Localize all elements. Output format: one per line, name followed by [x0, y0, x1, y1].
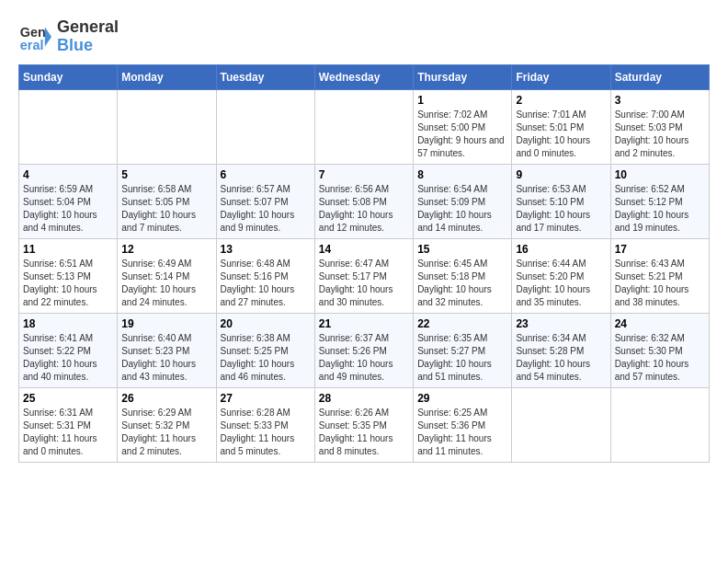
- logo-icon: Gen eral: [18, 20, 51, 53]
- calendar-header-row: SundayMondayTuesdayWednesdayThursdayFrid…: [19, 64, 710, 89]
- svg-marker-2: [45, 27, 51, 47]
- calendar-header-sunday: Sunday: [19, 64, 118, 89]
- day-number: 29: [417, 392, 507, 405]
- day-number: 26: [121, 392, 211, 405]
- calendar-cell: 17Sunrise: 6:43 AMSunset: 5:21 PMDayligh…: [610, 238, 709, 313]
- day-info: Sunrise: 6:58 AMSunset: 5:05 PMDaylight:…: [121, 183, 211, 235]
- day-info: Sunrise: 6:51 AMSunset: 5:13 PMDaylight:…: [23, 258, 113, 309]
- day-info: Sunrise: 6:48 AMSunset: 5:16 PMDaylight:…: [221, 258, 311, 309]
- day-number: 11: [23, 243, 113, 256]
- calendar-cell: 10Sunrise: 6:52 AMSunset: 5:12 PMDayligh…: [610, 164, 709, 238]
- day-number: 12: [121, 243, 211, 256]
- day-number: 7: [319, 168, 409, 181]
- logo-blue: Blue: [57, 36, 93, 54]
- calendar-cell: 22Sunrise: 6:35 AMSunset: 5:27 PMDayligh…: [414, 313, 512, 387]
- calendar-cell: 23Sunrise: 6:34 AMSunset: 5:28 PMDayligh…: [512, 313, 610, 387]
- calendar-cell: 5Sunrise: 6:58 AMSunset: 5:05 PMDaylight…: [118, 164, 216, 238]
- calendar-cell: 12Sunrise: 6:49 AMSunset: 5:14 PMDayligh…: [118, 238, 216, 313]
- page-container: Gen eral GeneralBlue SundayMondayTuesday…: [18, 18, 710, 463]
- calendar-cell: [610, 387, 709, 462]
- calendar-cell: 24Sunrise: 6:32 AMSunset: 5:30 PMDayligh…: [610, 313, 709, 387]
- calendar-week-row: 18Sunrise: 6:41 AMSunset: 5:22 PMDayligh…: [19, 313, 710, 387]
- day-info: Sunrise: 6:57 AMSunset: 5:07 PMDaylight:…: [221, 183, 311, 235]
- calendar-cell: 3Sunrise: 7:00 AMSunset: 5:03 PMDaylight…: [610, 89, 709, 164]
- day-number: 5: [121, 168, 211, 181]
- day-number: 3: [615, 94, 705, 107]
- day-info: Sunrise: 6:34 AMSunset: 5:28 PMDaylight:…: [516, 332, 606, 384]
- day-number: 28: [319, 392, 409, 405]
- calendar-cell: 9Sunrise: 6:53 AMSunset: 5:10 PMDaylight…: [512, 164, 610, 238]
- day-number: 27: [221, 392, 311, 405]
- day-info: Sunrise: 6:53 AMSunset: 5:10 PMDaylight:…: [516, 183, 606, 235]
- calendar-header-tuesday: Tuesday: [216, 64, 314, 89]
- day-info: Sunrise: 6:52 AMSunset: 5:12 PMDaylight:…: [615, 183, 705, 235]
- calendar-week-row: 25Sunrise: 6:31 AMSunset: 5:31 PMDayligh…: [19, 387, 710, 462]
- day-number: 19: [121, 317, 211, 330]
- calendar-header-friday: Friday: [512, 64, 610, 89]
- day-info: Sunrise: 6:43 AMSunset: 5:21 PMDaylight:…: [615, 258, 705, 309]
- day-info: Sunrise: 6:49 AMSunset: 5:14 PMDaylight:…: [121, 258, 211, 309]
- day-info: Sunrise: 6:32 AMSunset: 5:30 PMDaylight:…: [615, 332, 705, 384]
- calendar-header-thursday: Thursday: [414, 64, 512, 89]
- day-info: Sunrise: 6:25 AMSunset: 5:36 PMDaylight:…: [417, 407, 507, 458]
- day-number: 18: [23, 317, 113, 330]
- calendar-cell: 1Sunrise: 7:02 AMSunset: 5:00 PMDaylight…: [414, 89, 512, 164]
- calendar-cell: 11Sunrise: 6:51 AMSunset: 5:13 PMDayligh…: [19, 238, 118, 313]
- day-info: Sunrise: 6:38 AMSunset: 5:25 PMDaylight:…: [221, 332, 311, 384]
- calendar-cell: 21Sunrise: 6:37 AMSunset: 5:26 PMDayligh…: [314, 313, 413, 387]
- day-info: Sunrise: 6:29 AMSunset: 5:32 PMDaylight:…: [121, 407, 211, 458]
- day-number: 15: [417, 243, 507, 256]
- day-number: 21: [319, 317, 409, 330]
- calendar-cell: 28Sunrise: 6:26 AMSunset: 5:35 PMDayligh…: [314, 387, 413, 462]
- day-info: Sunrise: 6:47 AMSunset: 5:17 PMDaylight:…: [319, 258, 409, 309]
- day-info: Sunrise: 6:59 AMSunset: 5:04 PMDaylight:…: [23, 183, 113, 235]
- day-number: 1: [417, 94, 507, 107]
- day-number: 25: [23, 392, 113, 405]
- calendar-cell: 6Sunrise: 6:57 AMSunset: 5:07 PMDaylight…: [216, 164, 314, 238]
- day-info: Sunrise: 6:54 AMSunset: 5:09 PMDaylight:…: [417, 183, 507, 235]
- day-number: 24: [615, 317, 705, 330]
- header: Gen eral GeneralBlue: [18, 18, 710, 55]
- calendar-header-wednesday: Wednesday: [314, 64, 413, 89]
- calendar-cell: 4Sunrise: 6:59 AMSunset: 5:04 PMDaylight…: [19, 164, 118, 238]
- calendar-cell: [19, 89, 118, 164]
- day-info: Sunrise: 6:28 AMSunset: 5:33 PMDaylight:…: [221, 407, 311, 458]
- day-info: Sunrise: 6:37 AMSunset: 5:26 PMDaylight:…: [319, 332, 409, 384]
- calendar-cell: 15Sunrise: 6:45 AMSunset: 5:18 PMDayligh…: [414, 238, 512, 313]
- calendar-cell: [216, 89, 314, 164]
- day-info: Sunrise: 6:44 AMSunset: 5:20 PMDaylight:…: [516, 258, 606, 309]
- calendar-header-monday: Monday: [118, 64, 216, 89]
- day-number: 20: [221, 317, 311, 330]
- calendar-week-row: 4Sunrise: 6:59 AMSunset: 5:04 PMDaylight…: [19, 164, 710, 238]
- day-info: Sunrise: 6:26 AMSunset: 5:35 PMDaylight:…: [319, 407, 409, 458]
- svg-text:eral: eral: [20, 38, 44, 52]
- calendar-week-row: 1Sunrise: 7:02 AMSunset: 5:00 PMDaylight…: [19, 89, 710, 164]
- calendar-cell: 13Sunrise: 6:48 AMSunset: 5:16 PMDayligh…: [216, 238, 314, 313]
- calendar-cell: 26Sunrise: 6:29 AMSunset: 5:32 PMDayligh…: [118, 387, 216, 462]
- logo: Gen eral GeneralBlue: [18, 18, 119, 55]
- calendar-cell: 29Sunrise: 6:25 AMSunset: 5:36 PMDayligh…: [414, 387, 512, 462]
- day-info: Sunrise: 6:56 AMSunset: 5:08 PMDaylight:…: [319, 183, 409, 235]
- calendar-cell: 16Sunrise: 6:44 AMSunset: 5:20 PMDayligh…: [512, 238, 610, 313]
- calendar-header-saturday: Saturday: [610, 64, 709, 89]
- day-number: 16: [516, 243, 606, 256]
- calendar-cell: 20Sunrise: 6:38 AMSunset: 5:25 PMDayligh…: [216, 313, 314, 387]
- day-info: Sunrise: 6:35 AMSunset: 5:27 PMDaylight:…: [417, 332, 507, 384]
- day-number: 6: [221, 168, 311, 181]
- day-info: Sunrise: 7:00 AMSunset: 5:03 PMDaylight:…: [615, 109, 705, 160]
- day-info: Sunrise: 6:41 AMSunset: 5:22 PMDaylight:…: [23, 332, 113, 384]
- day-info: Sunrise: 6:31 AMSunset: 5:31 PMDaylight:…: [23, 407, 113, 458]
- calendar-week-row: 11Sunrise: 6:51 AMSunset: 5:13 PMDayligh…: [19, 238, 710, 313]
- calendar-cell: 19Sunrise: 6:40 AMSunset: 5:23 PMDayligh…: [118, 313, 216, 387]
- day-number: 4: [23, 168, 113, 181]
- day-info: Sunrise: 7:02 AMSunset: 5:00 PMDaylight:…: [417, 109, 507, 160]
- day-number: 9: [516, 168, 606, 181]
- day-info: Sunrise: 6:45 AMSunset: 5:18 PMDaylight:…: [417, 258, 507, 309]
- day-number: 2: [516, 94, 606, 107]
- day-info: Sunrise: 6:40 AMSunset: 5:23 PMDaylight:…: [121, 332, 211, 384]
- calendar-cell: 2Sunrise: 7:01 AMSunset: 5:01 PMDaylight…: [512, 89, 610, 164]
- day-number: 14: [319, 243, 409, 256]
- day-info: Sunrise: 7:01 AMSunset: 5:01 PMDaylight:…: [516, 109, 606, 160]
- day-number: 22: [417, 317, 507, 330]
- day-number: 17: [615, 243, 705, 256]
